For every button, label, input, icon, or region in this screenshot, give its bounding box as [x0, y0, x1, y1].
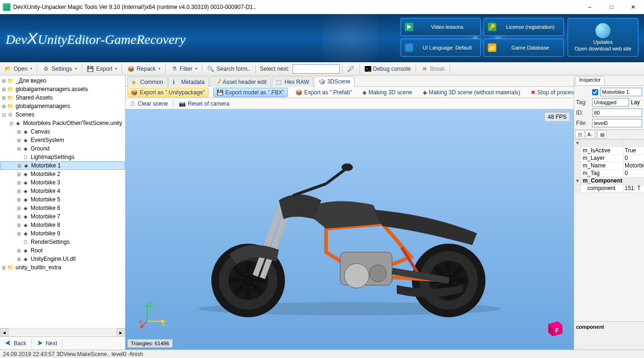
tree-node[interactable]: ⊞📁globalgamemanagers — [0, 102, 125, 110]
tree-node[interactable]: ⊞◈UnityEngine.UI.dll — [0, 255, 125, 263]
filter-button[interactable]: ⚗Filter▾ — [168, 64, 200, 74]
expander-icon[interactable]: ⊞ — [1, 95, 7, 100]
clear-scene-button[interactable]: 🗋Clear scene — [127, 99, 171, 108]
expander-icon[interactable]: ⊞ — [1, 78, 7, 83]
game-database-button[interactable]: 📁Game Database — [484, 39, 564, 57]
tree-node[interactable]: ⊞📁Shared-Assets — [0, 93, 125, 102]
sort-button[interactable]: A↓ — [585, 130, 595, 139]
orientation-cube[interactable]: F — [544, 317, 564, 338]
scroll-left-button[interactable]: ◂ — [0, 328, 8, 337]
fps-counter: 48 FPS — [544, 112, 570, 122]
tree-node[interactable]: ⊞📁_Для видео — [0, 76, 125, 85]
tree-node[interactable]: 🗋RenderSettings — [0, 238, 125, 246]
tab-hex-raw[interactable]: ⬚Hex RAW — [272, 76, 313, 87]
debug-console-button[interactable]: >_Debug console — [362, 64, 413, 74]
reset-camera-button[interactable]: 📷Reset of camera — [176, 99, 232, 108]
repack-button[interactable]: 📦Repack▾ — [125, 64, 163, 74]
make-3d-scene-button[interactable]: ◈Making 3D scene — [360, 88, 415, 97]
tree-label: Motorbike 4 — [31, 188, 60, 194]
expander-icon[interactable]: ⊞ — [16, 231, 22, 236]
export-fbx-button[interactable]: 💾Export model as ".FBX" — [213, 88, 288, 97]
tree-node[interactable]: ⊞◈Canvas — [0, 127, 125, 136]
tree-hscroll[interactable]: ◂ ▸ — [0, 328, 125, 336]
tab-common[interactable]: ◆Common — [127, 76, 167, 87]
asset-tree[interactable]: ⊞📁_Для видео⊞📁globalgamemanagers.assets⊞… — [0, 75, 125, 328]
license-button[interactable]: 🔑License (registration) — [484, 18, 564, 36]
inspector-tab[interactable]: Inspector — [575, 76, 605, 86]
tree-node[interactable]: ⊞◈Root — [0, 246, 125, 255]
expander-icon[interactable]: ⊞ — [17, 163, 22, 168]
active-checkbox[interactable] — [592, 89, 598, 95]
expander-icon[interactable]: ⊞ — [16, 180, 22, 185]
tree-node[interactable]: ⊞◈Motorbike 7 — [0, 212, 125, 221]
make-3d-scene-nomat-button[interactable]: ◈Making 3D scene (without materials) — [420, 88, 523, 97]
tree-node[interactable]: ⊞◈Motorbike 8 — [0, 221, 125, 229]
expander-icon[interactable]: ⊞ — [16, 197, 22, 202]
tree-node[interactable]: ⊞◈Motorbike 3 — [0, 178, 125, 187]
expander-icon[interactable]: ⊞ — [1, 265, 7, 270]
tree-node[interactable]: ⊞◈Motorbike 9 — [0, 229, 125, 238]
video-lessons-button[interactable]: Video lessons — [401, 18, 481, 36]
tree-node[interactable]: 🗋LightmapSettings — [0, 153, 125, 161]
tree-node[interactable]: ⊞📁unity_builtin_extra — [0, 263, 125, 272]
expander-icon[interactable]: ⊞ — [1, 87, 7, 92]
tree-node[interactable]: ⊞📁globalgamemanagers.assets — [0, 85, 125, 93]
tab-metadata[interactable]: ℹMetadata — [168, 76, 209, 87]
tree-node[interactable]: ⊞◈Motorbike 5 — [0, 195, 125, 204]
updates-button[interactable]: Updates Open download web site — [568, 18, 638, 57]
export-unitypackage-button[interactable]: 📦Export as ".Unitypackage" — [127, 88, 209, 97]
expander-icon[interactable]: ⊞ — [16, 138, 22, 143]
pages-button[interactable]: ▤ — [597, 130, 607, 139]
tree-node[interactable]: ⊞◈Motorbike 4 — [0, 187, 125, 195]
tree-node[interactable]: ⊞◈Motorbike 1 — [0, 161, 125, 170]
expander-icon[interactable]: ⊟ — [8, 121, 14, 126]
expander-icon[interactable]: ⊞ — [1, 104, 7, 109]
tree-node[interactable]: ⊟◈Motorbikes Pack/Other/TestScene.unity — [0, 119, 125, 127]
back-button[interactable]: ⮜Back — [2, 338, 29, 349]
settings-button[interactable]: ⚙Settings▾ — [40, 64, 79, 74]
minimize-button[interactable]: – — [579, 0, 601, 14]
tree-node[interactable]: ⊟⚙Scenes — [0, 110, 125, 119]
expander-icon[interactable]: ⊞ — [16, 189, 22, 194]
tree-node[interactable]: ⊞◈Motorbike 2 — [0, 170, 125, 178]
expander-icon[interactable]: ⊞ — [16, 223, 22, 228]
expander-icon[interactable]: ⊞ — [16, 129, 22, 134]
search-button[interactable]: 🔍Search form.. — [205, 64, 253, 74]
tag-input[interactable] — [592, 98, 629, 107]
expander-icon[interactable]: ⊞ — [16, 172, 22, 177]
expander-icon[interactable]: ⊞ — [16, 146, 22, 151]
id-input[interactable] — [592, 108, 642, 117]
expander-icon[interactable]: ⊟ — [1, 112, 7, 117]
prop-value[interactable]: 0 — [623, 170, 644, 177]
next-button[interactable]: ⮞Next — [34, 338, 60, 349]
viewport-3d[interactable]: 48 FPS — [125, 109, 574, 350]
expander-icon[interactable]: ⊞ — [16, 206, 22, 211]
select-next-input[interactable] — [293, 64, 340, 74]
expander-icon[interactable]: ⊞ — [16, 257, 22, 262]
main-toolbar: 📂Open▾ ⚙Settings▾ 💾Export▾ 📦Repack▾ ⚗Fil… — [0, 62, 644, 75]
prop-value[interactable]: True — [623, 147, 644, 154]
find-next-button[interactable]: 🔎 — [345, 64, 357, 74]
tab-asset-header[interactable]: 📝Asset header edit — [210, 76, 271, 87]
tree-node[interactable]: ⊞◈EventSystem — [0, 136, 125, 144]
file-input[interactable] — [592, 119, 642, 127]
stop-process-button[interactable]: ✖Stop of process — [528, 88, 579, 97]
categorize-button[interactable]: ☷ — [575, 130, 585, 139]
export-prefab-button[interactable]: 📦Export as ".Prefab" — [293, 88, 355, 97]
export-button[interactable]: 💾Export▾ — [84, 64, 120, 74]
open-button[interactable]: 📂Open▾ — [2, 64, 34, 74]
tree-node[interactable]: ⊞◈Ground — [0, 144, 125, 153]
tab-3dscene[interactable]: 🎲3DScene — [314, 76, 354, 87]
close-button[interactable]: ✕ — [622, 0, 644, 14]
prop-value[interactable]: 0 — [623, 155, 644, 162]
tree-node[interactable]: ⊞◈Motorbike 6 — [0, 204, 125, 212]
expander-icon[interactable]: ⊞ — [16, 214, 22, 219]
expander-icon[interactable]: ⊞ — [16, 248, 22, 253]
scroll-right-button[interactable]: ▸ — [117, 328, 125, 337]
object-name-input[interactable] — [600, 88, 642, 96]
property-grid[interactable]: ▾ m_IsActiveTruem_Layer0m_NameMotorbike … — [574, 140, 644, 321]
prop-value[interactable]: Motorbike 1 — [623, 162, 644, 169]
break-button[interactable]: ✖Break — [418, 64, 447, 74]
maximize-button[interactable]: □ — [601, 0, 622, 14]
ui-language-button[interactable]: 🌐UI Language: Default — [401, 39, 481, 57]
